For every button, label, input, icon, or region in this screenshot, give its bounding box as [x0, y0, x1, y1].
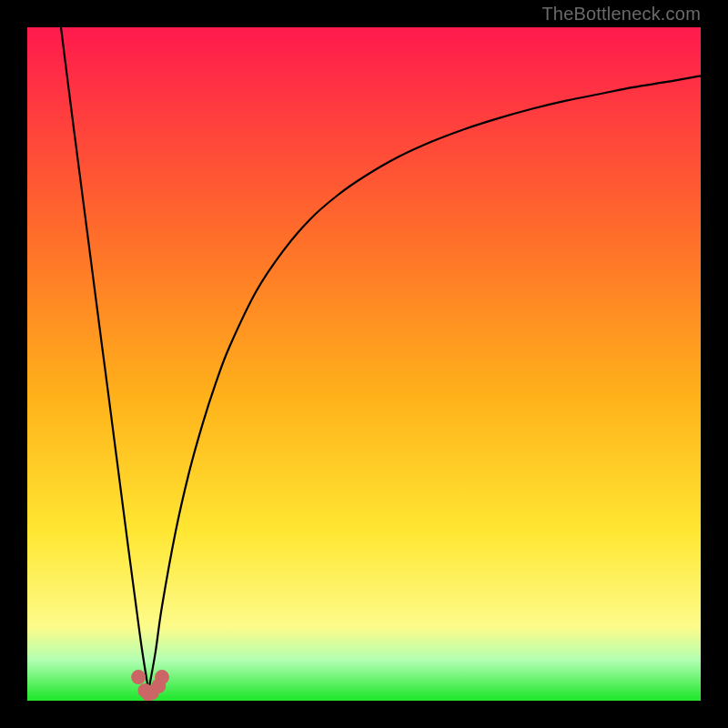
- valley-marker-point: [131, 670, 146, 684]
- chart-frame: [27, 27, 701, 701]
- bottleneck-chart: [27, 27, 701, 701]
- gradient-background: [27, 27, 701, 701]
- valley-marker-point: [155, 670, 169, 684]
- watermark-text: TheBottleneck.com: [541, 4, 701, 25]
